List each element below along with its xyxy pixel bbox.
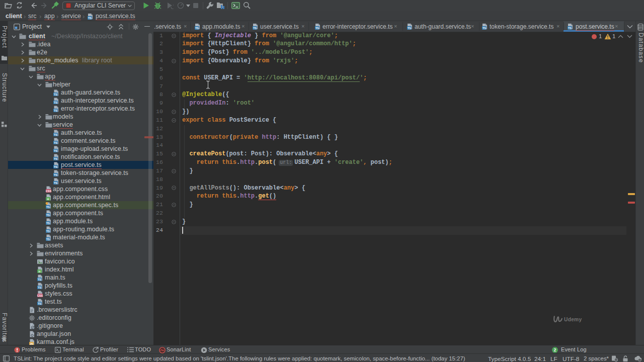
svg-text:TS: TS — [54, 141, 57, 144]
svg-text:TS: TS — [408, 27, 411, 30]
svg-text:TS: TS — [54, 165, 57, 168]
svg-text:TS: TS — [46, 214, 50, 217]
svg-text:TS: TS — [38, 302, 41, 305]
svg-text:TS: TS — [195, 27, 199, 30]
svg-text:TS: TS — [46, 238, 50, 241]
svg-text:TS: TS — [54, 101, 57, 104]
svg-text:TS: TS — [482, 27, 486, 30]
svg-text:TS: TS — [46, 206, 50, 209]
svg-text:TS: TS — [315, 27, 319, 30]
svg-text:TS: TS — [54, 93, 57, 96]
svg-text:TS: TS — [54, 173, 57, 176]
svg-text:TS: TS — [88, 17, 92, 20]
svg-text:H: H — [47, 198, 49, 201]
svg-text:TS: TS — [54, 157, 57, 160]
svg-text:TS: TS — [38, 278, 41, 281]
svg-text:TS: TS — [568, 27, 572, 30]
svg-text:CSS: CSS — [46, 190, 51, 193]
svg-text:TS: TS — [46, 230, 50, 233]
svg-text:TS: TS — [54, 133, 57, 136]
svg-text:TS: TS — [54, 149, 57, 152]
svg-text:TS: TS — [253, 27, 257, 30]
svg-text:TS: TS — [54, 109, 57, 112]
svg-text:TS: TS — [38, 286, 41, 289]
svg-text:TS: TS — [46, 222, 50, 225]
svg-text:H: H — [39, 270, 41, 273]
svg-text:CSS: CSS — [37, 294, 43, 297]
svg-text:TS: TS — [54, 182, 57, 185]
